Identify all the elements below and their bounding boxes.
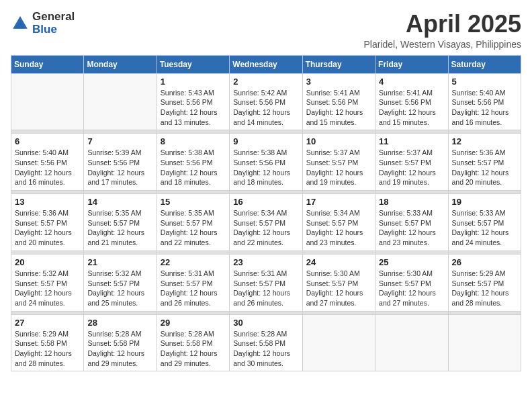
day-number: 20	[15, 257, 80, 267]
day-number: 4	[379, 77, 444, 87]
day-detail: Sunrise: 5:40 AMSunset: 5:56 PMDaylight:…	[15, 148, 80, 187]
calendar-week-5: 27 Sunrise: 5:29 AMSunset: 5:58 PMDaylig…	[11, 314, 521, 371]
month-title: April 2025	[364, 11, 522, 38]
calendar-cell: 7 Sunrise: 5:39 AMSunset: 5:56 PMDayligh…	[84, 134, 157, 191]
logo-text-blue: Blue	[32, 24, 75, 36]
day-number: 5	[452, 77, 517, 87]
day-number: 9	[233, 136, 298, 146]
day-number: 27	[15, 318, 80, 328]
calendar-cell: 29 Sunrise: 5:28 AMSunset: 5:58 PMDaylig…	[157, 314, 229, 371]
day-detail: Sunrise: 5:28 AMSunset: 5:58 PMDaylight:…	[233, 329, 298, 369]
day-detail: Sunrise: 5:29 AMSunset: 5:58 PMDaylight:…	[15, 329, 80, 369]
day-number: 2	[233, 77, 298, 87]
logo-text-general: General	[32, 11, 75, 24]
day-detail: Sunrise: 5:37 AMSunset: 5:57 PMDaylight:…	[379, 148, 444, 187]
day-detail: Sunrise: 5:34 AMSunset: 5:57 PMDaylight:…	[306, 208, 371, 248]
calendar-cell: 22 Sunrise: 5:31 AMSunset: 5:57 PMDaylig…	[157, 254, 229, 311]
day-number: 6	[15, 136, 80, 146]
day-number: 3	[306, 77, 371, 87]
day-number: 8	[161, 136, 226, 146]
day-detail: Sunrise: 5:30 AMSunset: 5:57 PMDaylight:…	[379, 269, 444, 308]
day-detail: Sunrise: 5:38 AMSunset: 5:56 PMDaylight:…	[161, 148, 226, 187]
day-number: 26	[452, 257, 517, 267]
day-detail: Sunrise: 5:42 AMSunset: 5:56 PMDaylight:…	[233, 88, 298, 128]
calendar-cell: 24 Sunrise: 5:30 AMSunset: 5:57 PMDaylig…	[302, 254, 375, 311]
calendar-cell: 10 Sunrise: 5:37 AMSunset: 5:57 PMDaylig…	[302, 134, 375, 191]
calendar-cell: 21 Sunrise: 5:32 AMSunset: 5:57 PMDaylig…	[84, 254, 157, 311]
day-detail: Sunrise: 5:31 AMSunset: 5:57 PMDaylight:…	[161, 269, 226, 308]
day-detail: Sunrise: 5:35 AMSunset: 5:57 PMDaylight:…	[161, 208, 226, 248]
calendar-cell	[375, 314, 448, 371]
location-subtitle: Plaridel, Western Visayas, Philippines	[364, 39, 522, 50]
calendar-week-1: 1 Sunrise: 5:43 AMSunset: 5:56 PMDayligh…	[11, 73, 521, 130]
day-detail: Sunrise: 5:28 AMSunset: 5:58 PMDaylight:…	[161, 329, 226, 369]
calendar-cell: 20 Sunrise: 5:32 AMSunset: 5:57 PMDaylig…	[11, 254, 84, 311]
calendar-cell: 13 Sunrise: 5:36 AMSunset: 5:57 PMDaylig…	[11, 194, 84, 251]
day-number: 10	[306, 136, 371, 146]
day-detail: Sunrise: 5:32 AMSunset: 5:57 PMDaylight:…	[15, 269, 80, 308]
page-header: General Blue April 2025 Plaridel, Wester…	[11, 11, 521, 50]
calendar-header-row: Sunday Monday Tuesday Wednesday Thursday…	[11, 55, 521, 73]
calendar-cell: 23 Sunrise: 5:31 AMSunset: 5:57 PMDaylig…	[230, 254, 302, 311]
day-number: 23	[233, 257, 298, 267]
calendar-cell: 16 Sunrise: 5:34 AMSunset: 5:57 PMDaylig…	[230, 194, 302, 251]
day-number: 11	[379, 136, 444, 146]
calendar-cell: 27 Sunrise: 5:29 AMSunset: 5:58 PMDaylig…	[11, 314, 84, 371]
day-number: 29	[161, 318, 226, 328]
calendar-cell: 2 Sunrise: 5:42 AMSunset: 5:56 PMDayligh…	[230, 73, 302, 130]
day-number: 25	[379, 257, 444, 267]
calendar-week-2: 6 Sunrise: 5:40 AMSunset: 5:56 PMDayligh…	[11, 134, 521, 191]
day-number: 21	[87, 257, 152, 267]
day-detail: Sunrise: 5:40 AMSunset: 5:56 PMDaylight:…	[452, 88, 517, 128]
day-detail: Sunrise: 5:38 AMSunset: 5:56 PMDaylight:…	[233, 148, 298, 187]
day-detail: Sunrise: 5:43 AMSunset: 5:56 PMDaylight:…	[161, 88, 226, 128]
day-number: 30	[233, 318, 298, 328]
col-tuesday: Tuesday	[157, 55, 229, 73]
day-number: 22	[161, 257, 226, 267]
day-detail: Sunrise: 5:36 AMSunset: 5:57 PMDaylight:…	[15, 208, 80, 248]
logo: General Blue	[11, 11, 75, 36]
calendar-cell: 18 Sunrise: 5:33 AMSunset: 5:57 PMDaylig…	[375, 194, 448, 251]
day-detail: Sunrise: 5:29 AMSunset: 5:57 PMDaylight:…	[452, 269, 517, 308]
day-detail: Sunrise: 5:30 AMSunset: 5:57 PMDaylight:…	[306, 269, 371, 308]
day-detail: Sunrise: 5:33 AMSunset: 5:57 PMDaylight:…	[452, 208, 517, 248]
calendar-cell: 5 Sunrise: 5:40 AMSunset: 5:56 PMDayligh…	[448, 73, 521, 130]
calendar-cell: 1 Sunrise: 5:43 AMSunset: 5:56 PMDayligh…	[157, 73, 229, 130]
col-saturday: Saturday	[448, 55, 521, 73]
col-thursday: Thursday	[302, 55, 375, 73]
calendar-week-3: 13 Sunrise: 5:36 AMSunset: 5:57 PMDaylig…	[11, 194, 521, 251]
calendar-cell: 12 Sunrise: 5:36 AMSunset: 5:57 PMDaylig…	[448, 134, 521, 191]
day-detail: Sunrise: 5:31 AMSunset: 5:57 PMDaylight:…	[233, 269, 298, 308]
calendar-cell: 30 Sunrise: 5:28 AMSunset: 5:58 PMDaylig…	[230, 314, 302, 371]
day-detail: Sunrise: 5:28 AMSunset: 5:58 PMDaylight:…	[87, 329, 152, 369]
col-wednesday: Wednesday	[230, 55, 302, 73]
logo-icon	[11, 14, 30, 33]
calendar-cell	[84, 73, 157, 130]
day-number: 17	[306, 197, 371, 207]
col-friday: Friday	[375, 55, 448, 73]
day-number: 1	[161, 77, 226, 87]
calendar-cell: 4 Sunrise: 5:41 AMSunset: 5:56 PMDayligh…	[375, 73, 448, 130]
calendar-cell: 25 Sunrise: 5:30 AMSunset: 5:57 PMDaylig…	[375, 254, 448, 311]
day-detail: Sunrise: 5:41 AMSunset: 5:56 PMDaylight:…	[379, 88, 444, 128]
day-detail: Sunrise: 5:34 AMSunset: 5:57 PMDaylight:…	[233, 208, 298, 248]
calendar-cell	[448, 314, 521, 371]
calendar-cell: 17 Sunrise: 5:34 AMSunset: 5:57 PMDaylig…	[302, 194, 375, 251]
calendar-cell: 26 Sunrise: 5:29 AMSunset: 5:57 PMDaylig…	[448, 254, 521, 311]
calendar-cell: 28 Sunrise: 5:28 AMSunset: 5:58 PMDaylig…	[84, 314, 157, 371]
day-detail: Sunrise: 5:37 AMSunset: 5:57 PMDaylight:…	[306, 148, 371, 187]
day-number: 12	[452, 136, 517, 146]
calendar-cell: 15 Sunrise: 5:35 AMSunset: 5:57 PMDaylig…	[157, 194, 229, 251]
calendar-cell: 14 Sunrise: 5:35 AMSunset: 5:57 PMDaylig…	[84, 194, 157, 251]
calendar-cell	[11, 73, 84, 130]
day-number: 19	[452, 197, 517, 207]
day-detail: Sunrise: 5:39 AMSunset: 5:56 PMDaylight:…	[87, 148, 152, 187]
day-number: 28	[87, 318, 152, 328]
day-detail: Sunrise: 5:33 AMSunset: 5:57 PMDaylight:…	[379, 208, 444, 248]
calendar-table: Sunday Monday Tuesday Wednesday Thursday…	[11, 55, 521, 372]
calendar-cell: 11 Sunrise: 5:37 AMSunset: 5:57 PMDaylig…	[375, 134, 448, 191]
day-detail: Sunrise: 5:32 AMSunset: 5:57 PMDaylight:…	[87, 269, 152, 308]
calendar-cell: 19 Sunrise: 5:33 AMSunset: 5:57 PMDaylig…	[448, 194, 521, 251]
calendar-cell	[302, 314, 375, 371]
calendar-cell: 6 Sunrise: 5:40 AMSunset: 5:56 PMDayligh…	[11, 134, 84, 191]
